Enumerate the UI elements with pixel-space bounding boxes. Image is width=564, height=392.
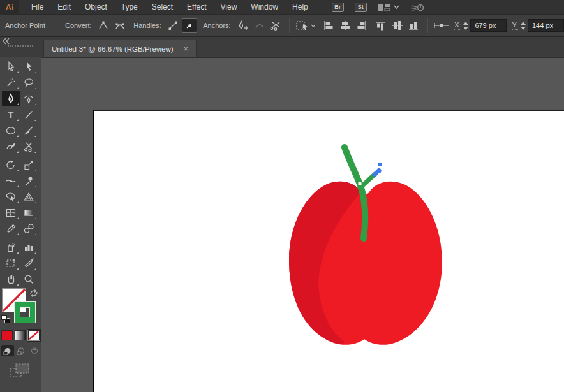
stock-button[interactable]: St xyxy=(355,3,367,12)
collapse-panel-icon[interactable] xyxy=(1,38,10,45)
line-segment-tool[interactable] xyxy=(20,106,38,122)
align-center-icon xyxy=(339,20,351,31)
show-handles-button[interactable] xyxy=(165,18,181,33)
menu-effect[interactable]: Effect xyxy=(180,0,213,14)
convert-to-smooth-button[interactable] xyxy=(112,18,128,33)
convert-buttons xyxy=(96,18,128,33)
menu-bar: Ai File Edit Object Type Select Effect V… xyxy=(0,0,564,14)
convert-to-corner-button[interactable] xyxy=(96,18,111,33)
none-button[interactable] xyxy=(28,330,40,340)
menu-type[interactable]: Type xyxy=(114,0,145,14)
selection-tool[interactable] xyxy=(2,59,20,75)
handles-label: Handles: xyxy=(133,22,161,29)
eyedropper-tool[interactable] xyxy=(2,221,20,236)
column-graph-tool[interactable] xyxy=(20,239,38,255)
distribute-button[interactable] xyxy=(434,18,449,33)
rotate-tool[interactable] xyxy=(2,157,20,173)
scale-tool[interactable] xyxy=(20,157,38,173)
hand-tool[interactable] xyxy=(2,271,20,287)
x-input[interactable] xyxy=(470,19,507,32)
corner-point-icon xyxy=(98,20,109,31)
shape-builder-tool[interactable] xyxy=(2,189,20,205)
anchors-buttons xyxy=(235,18,283,33)
y-stepper[interactable] xyxy=(520,19,526,32)
main-area: T xyxy=(0,57,564,392)
paint-type-buttons xyxy=(1,330,41,340)
gradient-tool[interactable] xyxy=(20,205,38,221)
artboard-tool[interactable] xyxy=(2,255,20,271)
selected-anchor-point[interactable] xyxy=(376,168,381,173)
canvas-area[interactable] xyxy=(41,57,564,392)
anchor-point[interactable] xyxy=(359,182,362,185)
mini-fill-swatch xyxy=(1,315,7,320)
default-fill-stroke-button[interactable] xyxy=(1,315,11,324)
feather-power-icon[interactable] xyxy=(410,2,426,12)
align-right-button[interactable] xyxy=(354,18,369,33)
transform-menu-button[interactable] xyxy=(295,20,316,31)
menu-window[interactable]: Window xyxy=(244,0,285,14)
hide-handles-button[interactable] xyxy=(182,18,197,33)
x-stepper[interactable] xyxy=(463,19,469,32)
scissors-tool[interactable] xyxy=(20,138,38,154)
artboard[interactable] xyxy=(93,110,564,392)
mesh-tool[interactable] xyxy=(2,205,20,221)
ellipse-tool[interactable] xyxy=(2,122,20,138)
symbol-sprayer-tool[interactable] xyxy=(2,239,20,255)
slice-tool[interactable] xyxy=(20,255,38,271)
menu-edit[interactable]: Edit xyxy=(50,0,78,14)
document-tab[interactable]: Untitled-3* @ 66.67% (RGB/Preview) × xyxy=(43,40,197,57)
lasso-tool[interactable] xyxy=(20,75,38,91)
menu-file[interactable]: File xyxy=(24,0,50,14)
magic-wand-tool[interactable] xyxy=(2,75,20,91)
draw-normal-icon xyxy=(3,347,12,355)
bounding-box-icon xyxy=(295,20,309,31)
blend-tool[interactable] xyxy=(20,221,38,236)
pen-tool[interactable] xyxy=(2,91,20,106)
menu-select[interactable]: Select xyxy=(145,0,180,14)
perspective-grid-tool[interactable] xyxy=(20,189,38,205)
y-input[interactable] xyxy=(528,19,564,32)
bar-chart-icon xyxy=(23,242,34,253)
zoom-tool[interactable] xyxy=(20,271,38,287)
swap-fill-stroke-icon[interactable] xyxy=(29,288,39,298)
stroke-swatch[interactable] xyxy=(15,302,35,323)
curvature-tool[interactable] xyxy=(20,91,38,106)
gradient-button[interactable] xyxy=(15,330,26,340)
bridge-button[interactable]: Br xyxy=(332,3,344,12)
puppet-warp-tool[interactable] xyxy=(20,173,38,189)
type-tool[interactable]: T xyxy=(2,106,20,122)
align-left-button[interactable] xyxy=(321,18,336,33)
x-label[interactable]: X: xyxy=(454,21,461,30)
remove-anchor-button[interactable] xyxy=(251,18,267,33)
fill-stroke-widget xyxy=(0,287,41,328)
add-anchor-button[interactable] xyxy=(235,18,250,33)
tools-panel: T xyxy=(0,57,41,392)
panel-drag-grip[interactable] xyxy=(8,45,33,47)
align-middle-button[interactable] xyxy=(390,18,405,33)
draw-normal-button[interactable] xyxy=(1,345,14,356)
close-tab-icon[interactable]: × xyxy=(184,45,188,54)
menu-view[interactable]: View xyxy=(214,0,244,14)
app-logo: Ai xyxy=(0,0,19,14)
draw-behind-button[interactable] xyxy=(15,345,27,356)
workspace-switcher[interactable] xyxy=(378,3,399,11)
shaper-tool[interactable] xyxy=(2,138,20,154)
width-tool[interactable] xyxy=(2,173,20,189)
cut-path-button[interactable] xyxy=(268,18,283,33)
y-label[interactable]: Y: xyxy=(512,21,518,30)
align-bottom-button[interactable] xyxy=(406,18,422,33)
draw-inside-button[interactable] xyxy=(28,345,41,356)
scissors-icon xyxy=(23,141,34,152)
paintbrush-tool[interactable] xyxy=(20,122,38,138)
handle-square[interactable] xyxy=(378,163,382,166)
direct-selection-tool[interactable] xyxy=(20,59,38,75)
align-top-button[interactable] xyxy=(373,18,389,33)
align-center-button[interactable] xyxy=(338,18,353,33)
apple-artwork[interactable] xyxy=(94,111,564,392)
menu-object[interactable]: Object xyxy=(78,0,114,14)
color-button[interactable] xyxy=(1,330,13,340)
menu-help[interactable]: Help xyxy=(285,0,315,14)
screen-mode-button[interactable] xyxy=(9,362,31,379)
draw-inside-icon xyxy=(30,347,39,355)
stem-branch-path[interactable] xyxy=(360,174,375,188)
